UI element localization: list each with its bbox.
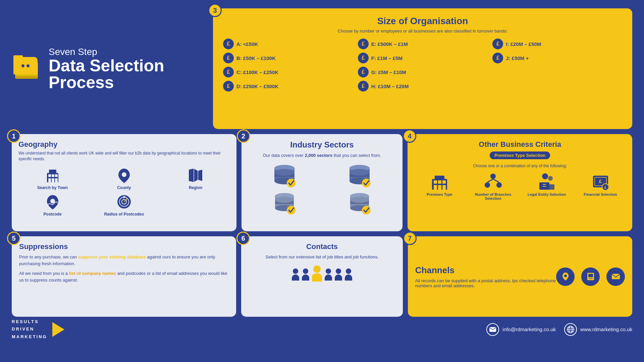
svg-rect-5 xyxy=(48,178,51,182)
branches-label: Number of Branches Selection xyxy=(468,192,518,200)
geo-search-town: Search by Town xyxy=(18,167,87,190)
turnover-grid: £ A: <£50K £ E: £500K – £1M £ I: £20M – … xyxy=(223,39,622,92)
svg-point-51 xyxy=(490,174,496,179)
svg-rect-74 xyxy=(489,327,496,332)
band-i: £ I: £20M – £50M xyxy=(492,39,622,49)
channels-text: Channels All records can be supplied wit… xyxy=(415,265,556,288)
svg-rect-4 xyxy=(55,174,58,177)
footer-logo: RESULTS DRIVEN MARKETING xyxy=(12,318,64,340)
premises-badge: Premises Type Selection xyxy=(490,152,550,159)
svg-rect-3 xyxy=(52,174,54,177)
step5-card: 5 Suppressions Prior to any purchase, we… xyxy=(12,236,236,317)
legal-item: Legal Entity Selection xyxy=(522,172,572,200)
step6-badge: 6 xyxy=(236,232,250,245)
band-d: £ D: £250K – £500K xyxy=(223,81,353,92)
radius-icon xyxy=(116,193,132,210)
step7-card: 7 Channels All records can be supplied w… xyxy=(408,236,632,317)
header-text: Seven Step Data Selection Process xyxy=(49,47,206,91)
criteria-icons: Premises Type Number of Branches Selecti… xyxy=(414,172,626,200)
svg-line-55 xyxy=(493,179,499,182)
financial-icon: £ £ xyxy=(591,172,610,191)
svg-text:£: £ xyxy=(604,185,606,189)
band-g: £ G: £5M – £10M xyxy=(358,67,488,77)
database-check-icon-1 xyxy=(271,162,298,187)
step7-body: All records can be supplied with a posta… xyxy=(415,278,556,288)
step5-badge: 5 xyxy=(7,232,20,245)
svg-rect-46 xyxy=(438,180,441,184)
footer-email-icon xyxy=(486,323,499,336)
svg-point-35 xyxy=(287,206,296,215)
footer-email: info@rdmarketing.co.uk xyxy=(486,323,556,336)
premises-type-item: Premises Type xyxy=(414,172,465,200)
svg-rect-49 xyxy=(438,185,441,190)
band-j: £ J: £50M + xyxy=(492,53,622,63)
db-icon-1 xyxy=(248,162,321,187)
svg-point-20 xyxy=(274,169,294,176)
svg-rect-6 xyxy=(52,178,54,182)
svg-rect-48 xyxy=(434,185,437,190)
footer-email-text: info@rdmarketing.co.uk xyxy=(502,326,556,332)
svg-point-27 xyxy=(350,169,370,176)
step2-badge: 2 xyxy=(237,129,250,143)
step2-card: 2 Industry Sectors Our data covers over … xyxy=(241,134,403,231)
geo-radius-label: Radius of Postcodes xyxy=(104,212,144,217)
svg-rect-69 xyxy=(588,274,593,277)
step4-title: Other Business Criteria xyxy=(414,140,626,149)
financial-item: £ £ Financial Selection xyxy=(575,172,626,200)
person-4 xyxy=(325,268,332,281)
region-icon xyxy=(187,167,204,184)
email-channel-icon xyxy=(606,267,625,286)
band-h: £ H: £10M – £20M xyxy=(358,81,488,92)
step3-badge: 3 xyxy=(208,4,222,17)
phone-channel-icon xyxy=(581,267,600,286)
band-e: £ E: £500K – £1M xyxy=(358,39,488,49)
footer-globe-icon xyxy=(564,323,577,336)
database-check-icon-4 xyxy=(346,190,373,215)
band-c: £ C: £100K – £250K xyxy=(223,67,353,77)
legal-icon xyxy=(538,172,556,191)
step2-title: Industry Sectors xyxy=(248,140,396,149)
branches-item: Number of Branches Selection xyxy=(468,172,518,200)
geo-icons-grid: Search by Town County Region xyxy=(18,167,230,217)
person-2 xyxy=(302,268,309,281)
step5-body2: All we need from you is a list of compan… xyxy=(19,270,229,283)
band-a: £ A: <£50K xyxy=(223,39,353,49)
svg-point-52 xyxy=(485,182,490,188)
postcode-icon xyxy=(44,193,61,210)
geo-postcode: Postcode xyxy=(18,193,87,217)
logo-chevron xyxy=(52,322,64,337)
location-channel-icon xyxy=(556,267,575,286)
footer-website-text: www.rdmarketing.co.uk xyxy=(580,326,632,332)
step5-body1: Prior to any purchase, we can suppress y… xyxy=(19,254,229,267)
header-subtitle: Seven Step xyxy=(49,47,206,57)
svg-rect-7 xyxy=(55,178,58,182)
svg-point-13 xyxy=(123,196,125,198)
db-icon-2 xyxy=(323,162,396,187)
person-5 xyxy=(335,268,342,281)
footer-contact: info@rdmarketing.co.uk www.rdmarketing.c… xyxy=(486,323,632,336)
legal-label: Legal Entity Selection xyxy=(528,192,566,196)
step2-body: Our data covers over 2,000 sectors that … xyxy=(248,152,396,159)
step7-title: Channels xyxy=(415,265,556,276)
svg-point-71 xyxy=(590,278,591,279)
geo-county-label: County xyxy=(117,185,131,190)
svg-point-34 xyxy=(275,197,294,203)
logo-text: RESULTS DRIVEN MARKETING xyxy=(12,318,47,340)
db-icons-grid xyxy=(248,162,396,215)
step1-badge: 1 xyxy=(7,129,20,143)
svg-point-56 xyxy=(542,173,548,179)
step7-badge: 7 xyxy=(403,232,417,245)
channel-icons xyxy=(556,267,625,286)
step1-card: 1 Geography We understand that not all c… xyxy=(12,134,236,231)
contact-persons xyxy=(249,265,395,281)
band-f: £ F: £1M – £5M xyxy=(358,53,488,63)
svg-rect-44 xyxy=(435,176,444,180)
db-icon-4 xyxy=(323,190,396,215)
step6-body: Select from our extensive list of job ti… xyxy=(249,254,395,260)
step5-title: Suppressions xyxy=(19,242,229,251)
svg-point-21 xyxy=(287,179,296,187)
svg-line-54 xyxy=(487,179,493,182)
svg-point-42 xyxy=(362,206,371,215)
svg-point-67 xyxy=(564,275,567,277)
step4-card: 4 Other Business Criteria Premises Type … xyxy=(408,134,632,231)
